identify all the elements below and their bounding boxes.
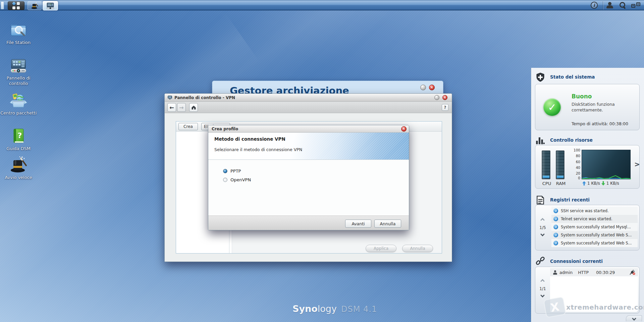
info-icon: i <box>553 233 558 237</box>
user-button[interactable] <box>606 0 614 10</box>
radio-unselected-icon[interactable] <box>223 178 227 182</box>
home-button[interactable] <box>189 103 198 112</box>
network-legend: 1 KB/s 1 KB/s <box>582 181 619 186</box>
desktop-icon-control-panel[interactable]: Pannello di controllo <box>0 56 37 87</box>
log-text: System successfully started Web S... <box>561 233 632 237</box>
search-button[interactable] <box>619 0 626 10</box>
search-icon <box>619 2 626 9</box>
log-text: System successfully started Web S... <box>561 241 632 245</box>
radio-label: PPTP <box>230 169 241 174</box>
watermark-x: X <box>549 300 560 315</box>
dsm-help-icon: ? <box>9 127 28 145</box>
download-arrow-icon <box>601 181 605 186</box>
log-text: SSH service was started. <box>561 209 609 213</box>
desktop-icon-file-station[interactable]: File Station <box>0 21 37 45</box>
close-glyph: × <box>443 96 446 99</box>
close-glyph: × <box>430 86 433 89</box>
check-glyph: ✓ <box>548 101 556 113</box>
home-icon <box>191 105 196 110</box>
pilot-view-button[interactable] <box>631 0 641 10</box>
close-icon[interactable]: × <box>401 126 407 132</box>
ram-meter <box>556 150 565 179</box>
page-indicator: 1/1 <box>535 286 550 291</box>
desktop-icon-label: Avvio veloce <box>0 175 37 180</box>
create-button[interactable]: Crea <box>178 123 198 130</box>
upload-rate: 1 KB/s <box>587 181 600 186</box>
main-menu-grid-icon <box>12 2 20 9</box>
bar-chart-icon <box>536 136 545 145</box>
minimize-button[interactable] <box>420 85 426 90</box>
window-title: Pannello di controllo - VPN <box>174 95 235 100</box>
main-menu-button[interactable] <box>8 1 24 10</box>
user-icon <box>553 270 557 275</box>
desktop-icon-label: Pannello di controllo <box>0 76 37 87</box>
control-panel-icon <box>46 1 55 10</box>
axis-tick: 0 <box>570 176 580 180</box>
apply-button[interactable]: Applica <box>366 245 396 252</box>
page-indicator: 1/5 <box>535 225 550 230</box>
info-button[interactable]: i <box>591 0 598 10</box>
help-button[interactable]: ? <box>442 104 448 111</box>
minimize-button[interactable] <box>434 95 439 100</box>
forward-button[interactable]: → <box>177 103 186 112</box>
page-down-icon[interactable] <box>540 232 545 236</box>
magic-hat-icon <box>9 156 28 174</box>
panels-icon <box>631 2 641 9</box>
create-profile-dialog: Crea profilo × Metodo di connessione VPN… <box>208 125 409 230</box>
taskbar-control-panel-button-active[interactable] <box>43 1 58 10</box>
logs-pager: 1/5 <box>535 205 550 250</box>
uptime-text: Tempo di attività: 00:38:00 <box>572 121 628 126</box>
close-glyph: × <box>402 127 405 131</box>
dialog-heading: Metodo di connessione VPN <box>214 136 285 142</box>
cancel-button[interactable]: Annulla <box>374 220 401 228</box>
control-panel-mini-icon <box>167 95 172 100</box>
user-icon <box>606 2 614 8</box>
close-icon[interactable]: × <box>442 95 447 100</box>
cpu-label: CPU <box>539 181 554 186</box>
log-list: i SSH service was started. i Telnet serv… <box>551 207 638 247</box>
quick-start-button[interactable] <box>28 1 42 10</box>
page-down-icon[interactable] <box>540 293 545 297</box>
forward-arrow-icon: → <box>179 104 183 111</box>
log-text: System successfully started Mysql... <box>561 225 631 229</box>
dialog-titlebar[interactable]: Crea profilo × <box>208 125 409 133</box>
axis-tick: 100 <box>570 148 580 152</box>
desktop-icon-label: Centro pacchetti <box>0 110 37 116</box>
titlebar[interactable]: Pannello di controllo - VPN × <box>165 94 452 102</box>
status-ok-icon: ✓ <box>543 98 561 116</box>
next-button[interactable]: Avanti <box>345 220 371 228</box>
system-status-card: ✓ Buono DiskStation funziona correttamen… <box>535 84 640 130</box>
desktop-icon-dsm-help[interactable]: ? Guida DSM <box>0 127 37 151</box>
radio-option-openvpn[interactable]: OpenVPN <box>223 177 251 182</box>
disconnect-icon[interactable] <box>630 270 635 275</box>
collapse-chevron-icon <box>632 316 636 321</box>
brand-product: DSM 4.1 <box>341 305 377 314</box>
desktop-icon-package-center[interactable]: Centro pacchetti <box>0 91 37 116</box>
back-button[interactable]: ← <box>167 103 176 112</box>
brand-name-bold: Syno <box>292 304 318 314</box>
network-sparkline <box>582 150 631 180</box>
status-description-line1: DiskStation funziona <box>572 102 615 107</box>
cpu-meter <box>542 150 550 179</box>
page-up-icon[interactable] <box>540 279 545 283</box>
resource-monitor-card: CPU RAM 100 80 60 40 20 0 1 KB/s 1 KB/s <box>535 145 640 189</box>
expand-chevron-right[interactable]: > <box>634 160 640 168</box>
document-icon <box>536 195 545 205</box>
svg-text:?: ? <box>18 131 22 140</box>
connection-user: admin <box>559 270 573 275</box>
cancel-button[interactable]: Annulla <box>402 245 433 252</box>
log-row: i System successfully started Web S... <box>551 239 638 247</box>
dialog-footer: Avanti Annulla <box>208 216 409 230</box>
watermark-text: xtremehardware.com <box>566 303 644 311</box>
show-desktop-button[interactable] <box>1 1 4 9</box>
ram-label: RAM <box>553 181 568 186</box>
network-graph <box>582 150 631 179</box>
radio-option-pptp[interactable]: PPTP <box>223 169 241 174</box>
page-up-icon[interactable] <box>540 218 545 222</box>
upload-arrow-icon <box>582 181 586 186</box>
desktop-icon-quick-start[interactable]: Avvio veloce <box>0 156 37 180</box>
radio-selected-icon[interactable] <box>223 169 227 173</box>
watermark: X xtremehardware.com <box>545 298 644 316</box>
status-description-line2: correttamente. <box>572 107 603 112</box>
close-icon[interactable]: × <box>429 85 435 90</box>
